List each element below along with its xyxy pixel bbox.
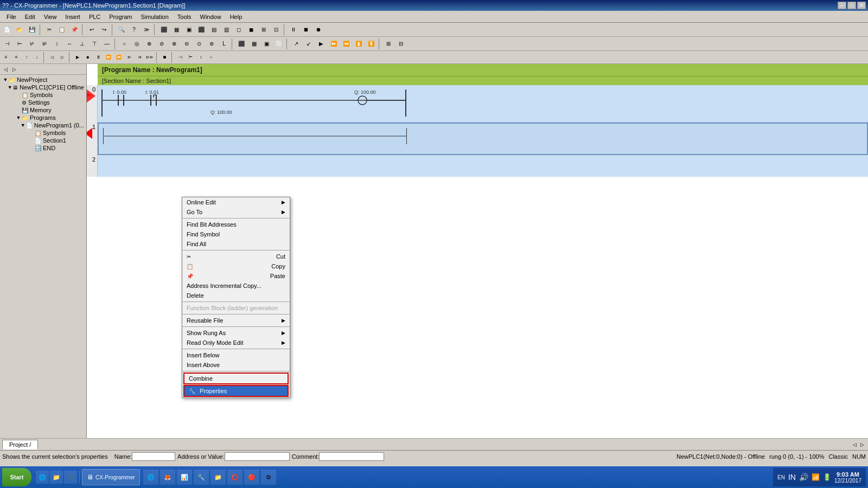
tb2-b5[interactable]: ↕ bbox=[51, 38, 63, 50]
taskbar-icon-app6[interactable]: ⚙ bbox=[261, 470, 276, 485]
ctx-combine[interactable]: Combine bbox=[183, 373, 289, 384]
tb2-b16[interactable]: ⊙ bbox=[193, 38, 205, 50]
ctx-find-all[interactable]: Find All bbox=[182, 239, 290, 249]
tb-b8[interactable]: ◼ bbox=[245, 24, 257, 36]
tb2-b29[interactable]: ⏬ bbox=[365, 38, 377, 50]
tb-save[interactable]: 💾 bbox=[26, 24, 38, 36]
ctx-properties[interactable]: 🔧 Properties bbox=[183, 385, 289, 397]
maximize-btn[interactable]: □ bbox=[847, 2, 856, 9]
tb3-b1[interactable]: ≡ bbox=[1, 53, 11, 62]
menu-insert[interactable]: Insert bbox=[61, 12, 85, 21]
tb-cut[interactable]: ✂ bbox=[43, 24, 55, 36]
bottom-scroll-left[interactable]: ◁ bbox=[851, 441, 858, 448]
tree-item-settings[interactable]: ⚙ Settings bbox=[1, 99, 85, 106]
tb-help[interactable]: ? bbox=[128, 24, 140, 36]
tb2-b1[interactable]: ⊣ bbox=[1, 38, 13, 50]
tb2-b26[interactable]: ⏩ bbox=[328, 38, 340, 50]
tb3-ff[interactable]: ⏩ bbox=[104, 53, 113, 62]
taskbar-icon-app2[interactable]: 🔧 bbox=[194, 470, 209, 485]
panel-expand-btn[interactable]: ▷ bbox=[10, 65, 18, 74]
tb2-b13[interactable]: ⊘ bbox=[156, 38, 168, 50]
taskbar-icon-app4[interactable]: ⭕ bbox=[227, 470, 242, 485]
start-button[interactable]: Start bbox=[2, 468, 31, 486]
tree-item-memory[interactable]: 💾 Memory bbox=[1, 106, 85, 114]
tree-item-plc[interactable]: ▼ 🖥 NewPLC1[CP1E] Offline bbox=[1, 84, 85, 91]
tb-b7[interactable]: ◻ bbox=[233, 24, 245, 36]
tb3-b6[interactable]: ▷ bbox=[58, 53, 67, 62]
ctx-delete[interactable]: Delete bbox=[182, 291, 290, 300]
tb3-b4[interactable]: ↓ bbox=[32, 53, 42, 62]
menu-file[interactable]: File bbox=[2, 12, 21, 21]
tb3-b2[interactable]: ≡ bbox=[11, 53, 21, 62]
tree-item-end[interactable]: 🔚 END bbox=[1, 144, 85, 152]
tb-copy[interactable]: 📋 bbox=[56, 24, 68, 36]
tb-find[interactable]: 🔍 bbox=[116, 24, 127, 36]
ctx-goto[interactable]: Go To ▶ bbox=[182, 207, 290, 217]
tb2-b18[interactable]: L bbox=[218, 38, 230, 50]
tree-item-newproject[interactable]: ▼ 📁 NewProject bbox=[1, 76, 85, 84]
ctx-copy[interactable]: 📋 Copy bbox=[182, 261, 290, 271]
tb-redo[interactable]: ↪ bbox=[98, 24, 110, 36]
tb-b13[interactable]: ⏺ bbox=[312, 24, 324, 36]
addr-field[interactable] bbox=[225, 452, 290, 461]
menu-tools[interactable]: Tools bbox=[173, 12, 196, 21]
expand-icon[interactable]: ▼ bbox=[7, 85, 12, 90]
tb2-b4[interactable]: ⊭ bbox=[39, 38, 50, 50]
taskbar-icon-ff[interactable]: 🦊 bbox=[160, 470, 175, 485]
tb-more[interactable]: ≫ bbox=[141, 24, 152, 36]
tb-b2[interactable]: ▦ bbox=[170, 24, 182, 36]
ql-media[interactable]: 🎵 bbox=[64, 471, 77, 484]
tb3-step[interactable]: ⊳ bbox=[124, 53, 134, 62]
tb-b4[interactable]: ⬛ bbox=[195, 24, 207, 36]
expand-icon[interactable]: ▼ bbox=[2, 77, 9, 82]
ctx-find-bit[interactable]: Find Bit Addresses bbox=[182, 220, 290, 229]
ctx-insert-below[interactable]: Insert Below bbox=[182, 350, 290, 360]
tb2-b19[interactable]: ⬛ bbox=[235, 38, 247, 50]
tb2-b10[interactable]: ○ bbox=[118, 38, 130, 50]
tb-b3[interactable]: ▣ bbox=[183, 24, 195, 36]
ctx-addr-copy[interactable]: Address Incremental Copy... bbox=[182, 281, 290, 291]
ctx-find-symbol[interactable]: Find Symbol bbox=[182, 229, 290, 239]
tb3-rec[interactable]: ⏺ bbox=[160, 53, 170, 62]
expand-icon[interactable]: ▼ bbox=[15, 115, 22, 120]
tb2-b23[interactable]: ↗ bbox=[290, 38, 302, 50]
tb2-b2[interactable]: ⊢ bbox=[14, 38, 25, 50]
taskbar-icon-app1[interactable]: 📊 bbox=[177, 470, 192, 485]
expand-icon[interactable]: ▼ bbox=[20, 123, 26, 128]
tb2-b15[interactable]: ⊖ bbox=[181, 38, 193, 50]
tb2-b20[interactable]: ▦ bbox=[248, 38, 260, 50]
tb3-stop[interactable]: ■ bbox=[83, 53, 93, 62]
tree-item-newprogram1[interactable]: ▼ 📄 NewProgram1 (0... bbox=[1, 121, 85, 129]
tb3-pause[interactable]: ⏸ bbox=[93, 53, 103, 62]
menu-program[interactable]: Program bbox=[105, 12, 136, 21]
menu-simulation[interactable]: Simulation bbox=[136, 12, 173, 21]
panel-collapse-btn[interactable]: ◁ bbox=[1, 65, 10, 74]
tb2-b17[interactable]: ⊚ bbox=[206, 38, 218, 50]
clock-display[interactable]: 9:03 AM 12/21/2017 bbox=[834, 471, 861, 484]
tb-open[interactable]: 📂 bbox=[14, 24, 25, 36]
comment-field[interactable] bbox=[319, 452, 384, 461]
tb2-b11[interactable]: ◎ bbox=[131, 38, 143, 50]
tree-item-prog-symbols[interactable]: 📋 Symbols bbox=[1, 129, 85, 137]
tb-new[interactable]: 📄 bbox=[1, 24, 13, 36]
tb2-b7[interactable]: ⊥ bbox=[76, 38, 88, 50]
tb2-b24[interactable]: ↙ bbox=[303, 38, 315, 50]
tb2-b12[interactable]: ⊗ bbox=[143, 38, 155, 50]
tb2-b27[interactable]: ⏪ bbox=[340, 38, 352, 50]
minimize-btn[interactable]: ─ bbox=[838, 2, 846, 9]
tb3-play[interactable]: ▶ bbox=[73, 53, 82, 62]
ctx-insert-above[interactable]: Insert Above bbox=[182, 360, 290, 370]
menu-plc[interactable]: PLC bbox=[85, 12, 105, 21]
ctx-reusable[interactable]: Reusable File ▶ bbox=[182, 316, 290, 325]
menu-edit[interactable]: Edit bbox=[21, 12, 40, 21]
taskbar-icon-app3[interactable]: 📁 bbox=[210, 470, 226, 485]
taskbar-icon-app5[interactable]: 🔴 bbox=[244, 470, 259, 485]
ql-ie[interactable]: 🌐 bbox=[36, 471, 49, 484]
menu-view[interactable]: View bbox=[40, 12, 61, 21]
tb2-b28[interactable]: ⏫ bbox=[353, 38, 365, 50]
diagram-area[interactable]: [Program Name : NewProgram1] [Section Na… bbox=[87, 64, 868, 438]
tb2-b22[interactable]: ⬜ bbox=[273, 38, 285, 50]
tb2-b14[interactable]: ⊕ bbox=[168, 38, 180, 50]
tb2-b25[interactable]: ▶ bbox=[315, 38, 327, 50]
tb2-b8[interactable]: ⊤ bbox=[88, 38, 100, 50]
